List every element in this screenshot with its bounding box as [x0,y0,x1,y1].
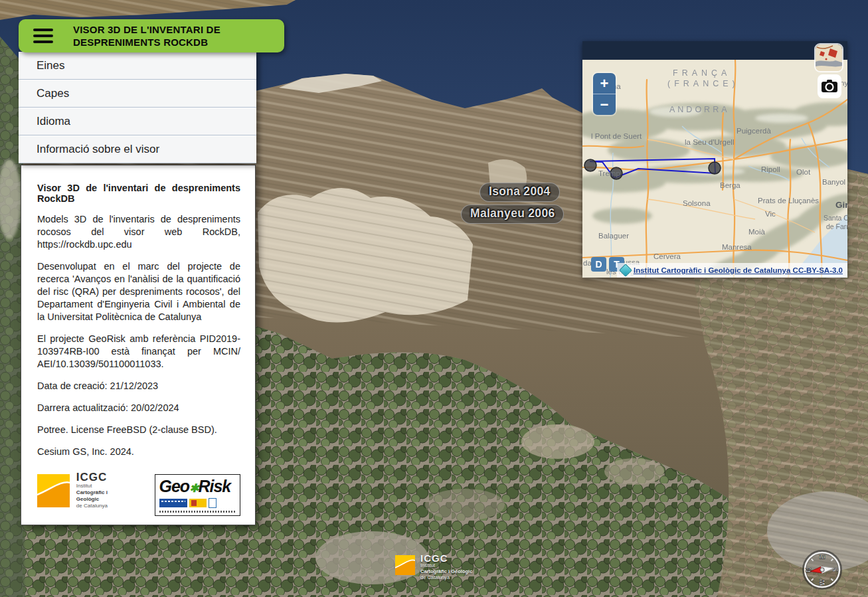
attribution-link[interactable]: Institut Cartogràfic i Geològic de Catal… [634,266,843,274]
camera-icon [822,80,837,93]
funder-logos [159,498,236,508]
minimap-town-label: Berga [720,181,740,189]
aei-logo [209,498,217,508]
minimap-zoom-control: + − [593,73,616,115]
event-label-malanyeu[interactable]: Malanyeu 2006 [461,205,564,224]
minimap-town-label: FRANÇA [673,68,731,78]
minimap-town-label: ANDORRA [669,105,730,114]
svg-text:W: W [819,579,826,586]
georisk-dot-icon: ✱ [189,482,198,495]
about-panel: Visor 3D de l'inventari de despreniments… [21,165,256,525]
about-title: Visor 3D de l'inventari de despreniments… [37,183,240,204]
main-menu: Eines Capes Idioma Informació sobre el v… [19,52,256,163]
app-header: VISOR 3D DE L'INVENTARI DE DESPRENIMENTS… [19,19,284,52]
update-date: Darrera actualització: 20/02/2024 [37,402,240,414]
menu-item-capes[interactable]: Capes [19,80,256,108]
minimap-site-marker[interactable] [709,162,721,174]
minimap-town-label: Ripoll [761,165,780,173]
minimap-town-label: Prats de Lluçanès [758,197,819,205]
overview-thumbnail[interactable] [814,43,843,72]
icgc-logo: ICGC Institut Cartogràfic i Geològic de … [37,474,131,509]
zoom-in-button[interactable]: + [593,73,616,94]
logo-row: ICGC Institut Cartogràfic i Geològic de … [37,474,240,516]
minimap-town-label: Puigcerdà [737,127,771,135]
georisk-wordmark: Geo✱Risk [159,477,236,496]
funder-micro-text [159,511,236,513]
app-title: VISOR 3D DE L'INVENTARI DE DESPRENIMENTS… [73,23,220,48]
minimap-town-label: Banyol [822,178,845,186]
minimap-attribution: Institut Cartogràfic i Geològic de Catal… [617,263,847,278]
cesium-credit: Cesium GS, Inc. 2024. [37,446,240,458]
minimap-town-label: Solsona [683,199,711,207]
overview-map-icon [816,44,842,71]
mode-d-button[interactable]: D [591,257,606,272]
minimap-map[interactable]: FRANÇA(FRANCE)ANDORRAVielhal Pont de Sue… [582,60,847,278]
minimap-town-label: Vic [765,210,776,218]
leaflet-icon [619,264,632,277]
minimap-site-marker[interactable] [584,159,596,171]
minimap-town-label: Manresa [722,243,752,251]
viewer-root: Isona 2004 Malanyeu 2006 VISOR 3D DE L'I… [0,0,868,597]
event-label-isona[interactable]: Isona 2004 [479,183,560,202]
minimap-town-label: Moià [748,228,766,236]
minimap-town-label: (FRANCE) [667,79,739,88]
minimap-town-label: Tremp [598,169,620,177]
compass-navigation[interactable]: N E S W [801,549,843,591]
icgc-logo-text: ICGC Institut Cartogràfic i Geològic de … [76,474,131,509]
zoom-out-button[interactable]: − [593,94,616,115]
minimap-town-label: Giro [835,200,847,210]
icgc-credit-text: ICGC Institut Cartogràfic i Geològic de … [420,555,472,580]
menu-hamburger-button[interactable] [33,29,53,43]
menu-item-idioma[interactable]: Idioma [19,108,256,135]
potree-license: Potree. License FreeBSD (2-clause BSD). [37,424,240,436]
spain-flag-logo [189,499,207,507]
icgc-logo-icon [37,474,70,507]
svg-text:E: E [819,554,826,559]
menu-item-informacio[interactable]: Informació sobre el visor [19,135,256,163]
about-paragraph: Desenvolupat en el marc del projecte de … [37,260,240,323]
creation-date: Data de creació: 21/12/2023 [37,380,240,392]
ministry-logo [159,499,187,507]
minimap-town-label: Cervera [653,252,681,260]
georisk-logo: Geo✱Risk [155,474,240,516]
minimap-town-label: Olot [796,168,811,176]
minimap-town-label: la Seu d'Urgell [685,138,734,146]
screenshot-camera-button[interactable] [818,74,841,98]
minimap-widget: FRANÇA(FRANCE)ANDORRAVielhal Pont de Sue… [582,41,847,278]
about-paragraph: El projecte GeoRisk amb referència PID20… [37,333,240,371]
menu-item-eines[interactable]: Eines [19,52,256,80]
icgc-credit-icon [395,555,415,575]
about-paragraph: Models 3D de l'inventaris de desprenimen… [37,213,240,251]
minimap-town-label: de Farne [826,222,847,230]
minimap-town-label: Balaguer [598,232,629,240]
minimap-town-label: l Pont de Suert [591,132,642,140]
minimap-town-label: Santa Colo [824,214,847,222]
icgc-credit-link[interactable]: ICGC Institut Cartogràfic i Geològic de … [395,555,472,580]
